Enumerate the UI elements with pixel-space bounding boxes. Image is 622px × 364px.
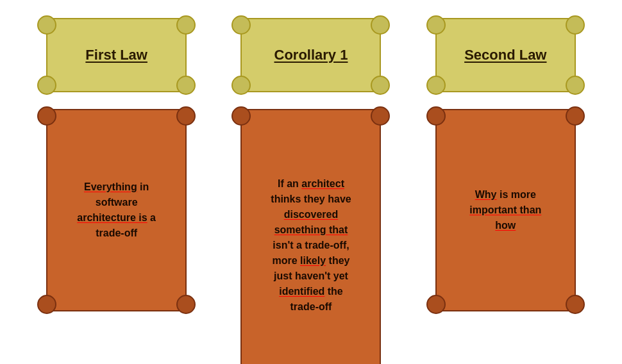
second-law-title: Second Law bbox=[464, 47, 546, 63]
second-law-content-knob-tr bbox=[566, 106, 585, 126]
corollary-word-architect: architect bbox=[301, 178, 344, 189]
corollary-content-header-bg bbox=[240, 109, 381, 127]
first-law-header-body: First Law bbox=[46, 36, 187, 74]
corollary-header-body: Corollary 1 bbox=[240, 36, 381, 74]
corollary-footer-bg bbox=[240, 74, 381, 92]
second-law-content-knob-tl bbox=[426, 106, 446, 126]
corollary-content-text: If an architectthinks they havediscovere… bbox=[271, 176, 351, 315]
second-law-footer-bg bbox=[435, 74, 576, 92]
first-law-footer-bg bbox=[46, 74, 187, 92]
first-law-content-header-bg bbox=[46, 109, 187, 127]
corollary-content-scroll: If an architectthinks they havediscovere… bbox=[229, 104, 392, 364]
second-law-content-top bbox=[424, 104, 587, 127]
first-law-content-knob-tr bbox=[176, 106, 196, 126]
corollary-content-body: If an architectthinks they havediscovere… bbox=[240, 127, 381, 364]
second-law-column: Second Law Why is moreimportant thanhow bbox=[416, 13, 595, 317]
second-law-knob-bl bbox=[426, 76, 446, 95]
second-law-content-footer-bg bbox=[435, 294, 576, 311]
second-law-knob-br bbox=[566, 76, 585, 95]
corollary-header-bg bbox=[240, 18, 381, 36]
first-law-header-top bbox=[35, 13, 198, 36]
corollary-content-knob-tr bbox=[371, 106, 390, 126]
second-law-content-knob-br bbox=[566, 295, 585, 314]
first-law-knob-bl bbox=[37, 76, 56, 95]
second-law-header-body: Second Law bbox=[435, 36, 576, 74]
second-law-content-knob-bl bbox=[426, 295, 446, 314]
second-law-word-why: Why bbox=[475, 189, 497, 200]
first-law-title: First Law bbox=[85, 47, 147, 63]
second-law-content-scroll: Why is moreimportant thanhow bbox=[424, 104, 587, 317]
corollary-word-discovered: discovered bbox=[284, 209, 338, 220]
first-law-knob-tl bbox=[37, 15, 56, 35]
main-layout: First Law Everything insoftwarearchitect… bbox=[0, 0, 622, 364]
first-law-content-top bbox=[35, 104, 198, 127]
second-law-content-body: Why is moreimportant thanhow bbox=[435, 127, 576, 294]
second-law-knob-tr bbox=[566, 15, 585, 35]
corollary-content-top bbox=[229, 104, 392, 127]
corollary-knob-br bbox=[371, 76, 390, 95]
first-law-content-body: Everything insoftwarearchitecture is atr… bbox=[46, 127, 187, 294]
corollary-column: Corollary 1 If an architectthinks they h… bbox=[221, 13, 401, 364]
first-law-knob-tr bbox=[176, 15, 196, 35]
first-law-content-bottom bbox=[35, 294, 198, 317]
first-law-word-everything: Everything bbox=[84, 181, 137, 192]
first-law-content-knob-br bbox=[176, 295, 196, 314]
corollary-header-top bbox=[229, 13, 392, 36]
corollary-title: Corollary 1 bbox=[274, 47, 348, 63]
corollary-word-likely: likely bbox=[300, 255, 326, 266]
second-law-content-text: Why is moreimportant thanhow bbox=[469, 187, 541, 233]
second-law-header-scroll: Second Law bbox=[424, 13, 587, 97]
first-law-content-knob-tl bbox=[37, 106, 56, 126]
first-law-content-knob-bl bbox=[37, 295, 56, 314]
second-law-word-important: important than bbox=[469, 204, 541, 215]
first-law-content-text: Everything insoftwarearchitecture is atr… bbox=[77, 179, 156, 241]
first-law-content-footer-bg bbox=[46, 294, 187, 311]
first-law-header-bg bbox=[46, 18, 187, 36]
second-law-header-bg bbox=[435, 18, 576, 36]
corollary-word-something: something that bbox=[274, 224, 348, 235]
first-law-header-scroll: First Law bbox=[35, 13, 198, 97]
second-law-content-header-bg bbox=[435, 109, 576, 127]
second-law-word-how: how bbox=[495, 220, 516, 231]
first-law-word-arch: architecture is bbox=[77, 212, 147, 223]
second-law-header-bottom bbox=[424, 74, 587, 97]
second-law-header-top bbox=[424, 13, 587, 36]
corollary-header-bottom bbox=[229, 74, 392, 97]
second-law-knob-tl bbox=[426, 15, 446, 35]
first-law-content-scroll: Everything insoftwarearchitecture is atr… bbox=[35, 104, 198, 317]
first-law-column: First Law Everything insoftwarearchitect… bbox=[27, 13, 206, 317]
corollary-header-scroll: Corollary 1 bbox=[229, 13, 392, 97]
first-law-knob-br bbox=[176, 76, 196, 95]
first-law-header-bottom bbox=[35, 74, 198, 97]
corollary-knob-tr bbox=[371, 15, 390, 35]
second-law-content-bottom bbox=[424, 294, 587, 317]
corollary-word-identified: identified bbox=[279, 286, 324, 297]
